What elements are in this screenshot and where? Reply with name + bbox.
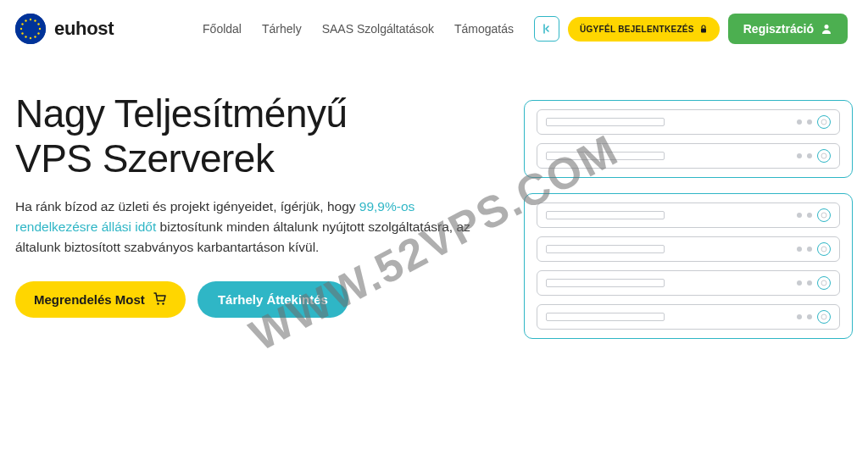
svg-point-10: [20, 28, 22, 30]
order-now-button[interactable]: Megrendelés Most: [15, 281, 186, 318]
hosting-overview-label: Tárhely Áttekintés: [218, 292, 328, 307]
svg-point-7: [30, 37, 31, 39]
header: euhost Főoldal Tárhely SAAS Szolgáltatás…: [0, 0, 868, 58]
nav-home[interactable]: Főoldal: [203, 22, 242, 36]
nav-hosting[interactable]: Tárhely: [262, 22, 302, 36]
login-label: ÜGYFÉL BEJELENTKEZÉS: [580, 25, 694, 34]
power-icon: [817, 149, 831, 163]
eu-flag-icon: [15, 14, 46, 44]
svg-point-0: [15, 14, 46, 44]
hero-cta-row: Megrendelés Most Tárhely Áttekintés: [15, 281, 490, 318]
server-illustration: [524, 92, 853, 339]
power-icon: [817, 115, 831, 129]
hero-title-line1: Nagy Teljesítményű: [15, 92, 348, 136]
svg-point-16: [162, 303, 164, 305]
nav-actions: ÜGYFÉL BEJELENTKEZÉS Regisztráció: [534, 14, 848, 44]
nav-support[interactable]: Támogatás: [454, 22, 514, 36]
order-now-label: Megrendelés Most: [34, 292, 145, 307]
svg-point-5: [37, 32, 39, 34]
register-button[interactable]: Regisztráció: [728, 14, 848, 44]
lock-icon: [699, 25, 708, 33]
hosting-overview-button[interactable]: Tárhely Áttekintés: [198, 281, 348, 318]
hero-title: Nagy Teljesítményű VPS Szerverek: [15, 92, 490, 181]
hero-title-line2: VPS Szerverek: [15, 136, 274, 180]
cart-icon: [153, 292, 167, 306]
login-button[interactable]: ÜGYFÉL BEJELENTKEZÉS: [568, 17, 720, 42]
register-label: Regisztráció: [743, 22, 814, 36]
power-icon: [817, 208, 831, 222]
server-unit: [537, 236, 840, 262]
server-unit: [537, 143, 840, 169]
server-unit: [537, 270, 840, 296]
main-nav: Főoldal Tárhely SAAS Szolgáltatások Támo…: [203, 14, 848, 44]
svg-point-2: [34, 19, 36, 21]
svg-point-14: [825, 25, 829, 29]
power-icon: [817, 242, 831, 256]
svg-point-3: [37, 23, 39, 25]
hero-desc-prefix: Ha ránk bízod az üzleti és projekt igény…: [15, 199, 359, 214]
server-rack-small: [524, 100, 853, 178]
sidebar-toggle-button[interactable]: [534, 16, 559, 42]
svg-point-8: [25, 36, 26, 37]
user-icon: [821, 23, 832, 35]
svg-point-6: [34, 36, 36, 37]
power-icon: [817, 310, 831, 324]
svg-point-4: [39, 28, 41, 30]
hero-content: Nagy Teljesítményű VPS Szerverek Ha ránk…: [15, 92, 490, 339]
hero-description: Ha ránk bízod az üzleti és projekt igény…: [15, 197, 490, 258]
server-unit: [537, 202, 840, 228]
svg-point-9: [21, 32, 23, 34]
server-unit: [537, 304, 840, 330]
panel-collapse-icon: [541, 23, 553, 35]
svg-rect-13: [701, 29, 706, 33]
brand-name: euhost: [54, 18, 114, 40]
server-rack-large: [524, 193, 853, 339]
svg-point-11: [21, 23, 23, 25]
svg-point-1: [30, 19, 31, 20]
logo[interactable]: euhost: [15, 14, 114, 44]
svg-point-12: [25, 19, 26, 21]
nav-saas[interactable]: SAAS Szolgáltatások: [322, 22, 434, 36]
power-icon: [817, 276, 831, 290]
svg-point-15: [157, 303, 159, 305]
server-unit: [537, 109, 840, 135]
hero-section: Nagy Teljesítményű VPS Szerverek Ha ránk…: [0, 58, 868, 339]
